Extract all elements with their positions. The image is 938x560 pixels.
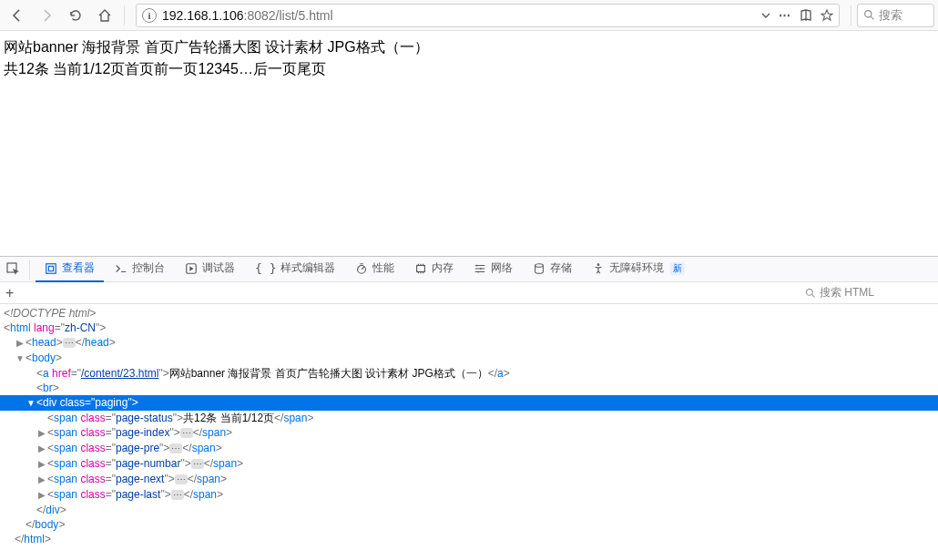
reader-icon[interactable] <box>799 8 813 23</box>
separator <box>851 5 851 25</box>
bookmark-icon[interactable] <box>821 9 833 22</box>
svg-point-10 <box>535 263 544 267</box>
selected-node: ▼<div class="paging"> <box>0 395 938 411</box>
chevron-down-icon[interactable] <box>760 10 771 21</box>
svg-point-8 <box>480 268 482 270</box>
dots-icon[interactable]: ⋯ <box>779 8 791 22</box>
page-last[interactable]: 尾页 <box>297 61 326 76</box>
page-pre[interactable]: 前一页 <box>154 61 198 76</box>
tab-network[interactable]: 网络 <box>464 257 522 282</box>
new-badge: 新 <box>670 262 685 275</box>
html-search[interactable]: 搜索 HTML <box>805 284 933 302</box>
tab-console[interactable]: 控制台 <box>106 257 174 282</box>
page-next[interactable]: 后一页 <box>253 61 297 76</box>
devtools-main: + 搜索 HTML <!DOCTYPE html> <html lang="zh… <box>0 282 938 560</box>
devtools: 查看器 控制台 调试器 { } 样式编辑器 性能 内存 网络 存储 <box>0 256 938 560</box>
svg-point-7 <box>476 264 478 266</box>
tab-style-editor[interactable]: { } 样式编辑器 <box>246 257 344 282</box>
content-link[interactable]: 网站banner 海报背景 首页广告轮播大图 设计素材 JPG格式（一） <box>4 39 429 55</box>
dom-tree[interactable]: <!DOCTYPE html> <html lang="zh-CN"> ▶<he… <box>0 304 938 560</box>
url-actions: ⋯ <box>760 8 833 23</box>
page-content: 网站banner 海报背景 首页广告轮播大图 设计素材 JPG格式（一） 共12… <box>0 31 938 256</box>
devtools-tabs: 查看器 控制台 调试器 { } 样式编辑器 性能 内存 网络 存储 <box>0 257 938 282</box>
tab-inspector[interactable]: 查看器 <box>36 257 104 282</box>
home-button[interactable] <box>91 3 118 28</box>
page-status: 共12条 当前1/12页 <box>4 61 125 76</box>
svg-point-12 <box>807 289 813 295</box>
svg-point-11 <box>597 263 600 266</box>
svg-point-0 <box>865 11 872 17</box>
svg-rect-3 <box>48 266 53 270</box>
separator <box>124 5 125 25</box>
devtools-body: + 搜索 HTML <!DOCTYPE html> <html lang="zh… <box>0 282 938 560</box>
tab-storage[interactable]: 存储 <box>524 257 581 282</box>
url-text: 192.168.1.106:8082/list/5.html <box>162 8 755 23</box>
reload-button[interactable] <box>62 3 89 28</box>
svg-rect-2 <box>46 263 56 273</box>
tab-performance[interactable]: 性能 <box>346 257 403 282</box>
devtools-subtoolbar: + 搜索 HTML <box>0 282 938 304</box>
tab-debugger[interactable]: 调试器 <box>176 257 244 282</box>
paging: 共12条 当前1/12页首页前一页12345…后一页尾页 <box>4 61 326 76</box>
back-button[interactable] <box>4 3 31 28</box>
forward-button[interactable] <box>33 3 60 28</box>
site-info-icon[interactable]: i <box>142 8 157 23</box>
page-index[interactable]: 首页 <box>125 61 154 76</box>
search-placeholder: 搜索 <box>879 7 902 24</box>
separator <box>29 260 30 280</box>
svg-rect-6 <box>417 265 425 271</box>
add-button[interactable]: + <box>5 285 14 301</box>
element-picker-icon[interactable] <box>4 260 24 280</box>
search-box[interactable]: 搜索 <box>857 4 934 27</box>
page-numbers[interactable]: 12345… <box>198 61 253 76</box>
svg-point-9 <box>478 270 480 272</box>
tab-accessibility[interactable]: 无障碍环境 新 <box>583 257 694 282</box>
tab-memory[interactable]: 内存 <box>405 257 463 282</box>
url-bar[interactable]: i 192.168.1.106:8082/list/5.html ⋯ <box>136 4 840 27</box>
browser-toolbar: i 192.168.1.106:8082/list/5.html ⋯ 搜索 <box>0 0 938 31</box>
